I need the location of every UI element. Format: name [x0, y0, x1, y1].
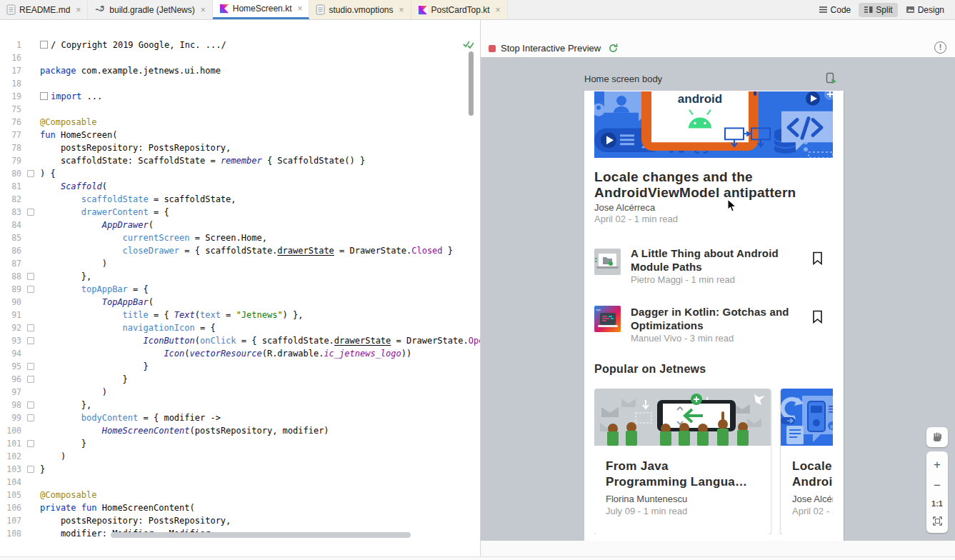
tab-postcardtop[interactable]: PostCardTop.kt × [411, 0, 508, 19]
code-line: 17package com.example.jetnews.ui.home [0, 64, 480, 77]
fold-marker[interactable] [27, 286, 34, 293]
code-line: 107 postsRepository: PostsRepository, [0, 514, 480, 527]
kotlin-icon [219, 4, 229, 14]
svg-text:<>: <> [596, 307, 601, 312]
fold-marker[interactable] [27, 170, 34, 177]
fold-marker[interactable] [27, 273, 34, 280]
tab-label: README.md [19, 5, 70, 15]
code-editor[interactable]: 1/ Copyright 2019 Google, Inc. .../1617p… [0, 20, 480, 556]
close-icon[interactable]: × [76, 5, 81, 15]
fold-marker[interactable] [27, 337, 34, 344]
tab-vmoptions[interactable]: studio.vmoptions × [309, 0, 411, 19]
android-studio-window: README.md × build.gradle (JetNews) × Hom… [0, 0, 955, 560]
tab-homescreen[interactable]: HomeScreen.kt × [213, 0, 310, 19]
line-number: 1 [0, 40, 21, 50]
tab-build-gradle[interactable]: build.gradle (JetNews) × [88, 0, 212, 19]
hero-image[interactable]: {} android [594, 91, 833, 158]
card-author: Florina Muntenescu [606, 494, 759, 504]
design-view-icon [906, 6, 915, 14]
fold-marker[interactable] [27, 209, 34, 216]
line-number: 107 [0, 516, 21, 526]
hand-tool-button[interactable] [926, 427, 948, 447]
top-story-title[interactable]: Locale changes and the [594, 169, 833, 185]
view-mode-code[interactable]: Code [814, 3, 856, 17]
list-item-title[interactable]: A Little Thing about Android [631, 246, 809, 260]
line-number: 98 [0, 400, 21, 410]
fold-box-icon[interactable] [40, 41, 48, 49]
zoom-out-button[interactable]: − [934, 479, 941, 491]
stop-interactive-preview-button[interactable]: Stop Interactive Preview [489, 43, 601, 54]
line-number: 106 [0, 503, 21, 513]
card-title: Programming Langua… [606, 474, 759, 490]
split-view-icon [864, 6, 873, 14]
line-number: 92 [0, 323, 21, 333]
code-line: 80) { [0, 167, 480, 180]
zoom-actual-button[interactable]: 1:1 [931, 499, 943, 508]
line-number: 88 [0, 271, 21, 281]
list-item-title[interactable]: Dagger in Kotlin: Gotchas and [631, 305, 809, 319]
post-card[interactable]: From Java Programming Langua… Florina Mu… [594, 389, 771, 534]
line-number: 18 [0, 79, 21, 89]
run-on-device-icon[interactable] [826, 72, 837, 84]
line-number: 90 [0, 297, 21, 307]
fold-box-icon[interactable] [40, 92, 48, 100]
refresh-icon[interactable] [608, 43, 619, 54]
view-mode-label: Code [831, 5, 851, 15]
card-author: Jose Alcérre [792, 494, 833, 504]
thumbnail-image[interactable] [594, 249, 621, 275]
zoom-in-button[interactable]: + [934, 459, 941, 471]
code-line: 1/ Copyright 2019 Google, Inc. .../ [0, 39, 480, 51]
popular-cards-row: From Java Programming Langua… Florina Mu… [594, 389, 833, 534]
device-preview-frame[interactable]: {} android [584, 91, 844, 541]
line-number: 83 [0, 207, 21, 217]
card-meta: April 02 - 1 m [792, 506, 833, 516]
line-number: 108 [0, 529, 21, 539]
fold-marker[interactable] [27, 376, 34, 383]
list-item-title[interactable]: Module Paths [631, 260, 809, 274]
editor-vertical-scrollbar[interactable] [469, 51, 474, 116]
line-number: 79 [0, 156, 21, 166]
code-line: 94 Icon(vectorResource(R.drawable.ic_jet… [0, 347, 480, 360]
post-card[interactable]: ≡ e Locale c Android Jose Alcérre April … [781, 389, 833, 534]
line-number: 89 [0, 284, 21, 294]
inspections-ok-icon[interactable] [463, 39, 475, 50]
issues-icon[interactable]: ! [934, 41, 946, 54]
code-line: 91 title = { Text(text = "Jetnews") }, [0, 309, 480, 321]
code-line: 100 HomeScreenContent(postsRepository, m… [0, 424, 480, 437]
close-icon[interactable]: × [496, 5, 501, 15]
top-story-author: Jose Alcérreca [594, 202, 655, 213]
code-view-icon [819, 6, 828, 14]
tab-label: HomeScreen.kt [233, 4, 292, 14]
bookmark-icon[interactable] [812, 251, 823, 265]
line-number: 103 [0, 464, 21, 474]
fold-marker[interactable] [27, 440, 34, 447]
bookmark-icon[interactable] [812, 310, 823, 324]
line-number: 102 [0, 451, 21, 461]
thumbnail-image[interactable]: <> [594, 306, 621, 332]
close-icon[interactable]: × [399, 5, 404, 15]
line-number: 93 [0, 336, 21, 346]
tab-label: build.gradle (JetNews) [109, 5, 194, 15]
fold-marker[interactable] [27, 466, 34, 473]
view-mode-split[interactable]: Split [859, 3, 897, 17]
close-icon[interactable]: × [297, 4, 302, 14]
card-image [594, 389, 771, 446]
line-number: 78 [0, 143, 21, 153]
fold-marker[interactable] [27, 363, 34, 370]
code-line: 77fun HomeScreen( [0, 129, 480, 141]
fold-marker[interactable] [27, 414, 34, 421]
zoom-fit-button[interactable] [933, 516, 942, 526]
fold-marker[interactable] [27, 401, 34, 409]
line-number: 82 [0, 194, 21, 204]
stop-icon [489, 45, 496, 52]
code-line: 105@Composable [0, 489, 480, 501]
mouse-cursor [727, 199, 737, 213]
view-mode-design[interactable]: Design [901, 3, 949, 17]
editor-horizontal-scrollbar[interactable] [111, 532, 411, 538]
list-item-title[interactable]: Optimizations [631, 319, 809, 332]
tab-readme[interactable]: README.md × [0, 0, 88, 19]
top-story-title[interactable]: AndroidViewModel antipattern [594, 185, 833, 201]
line-number: 100 [0, 426, 21, 436]
close-icon[interactable]: × [201, 5, 206, 15]
fold-marker[interactable] [27, 324, 34, 331]
